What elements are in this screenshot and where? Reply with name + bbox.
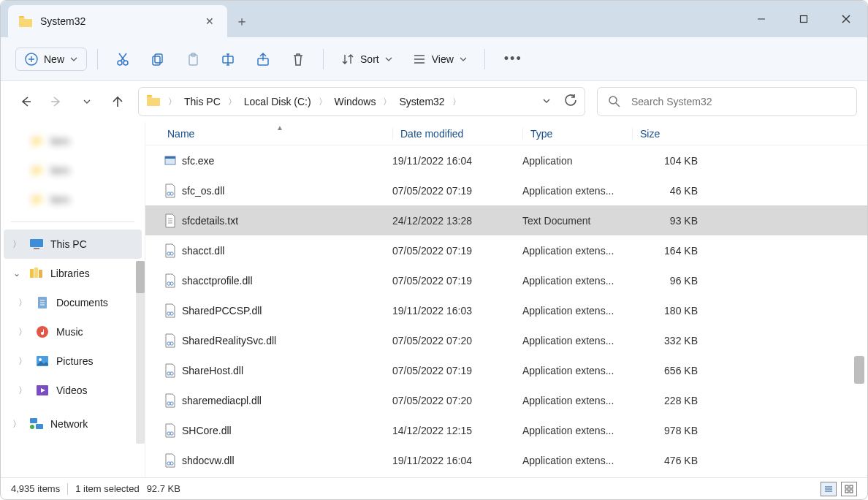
sidebar-quick-item[interactable]: 📁item: [4, 156, 142, 185]
share-icon[interactable]: [248, 45, 278, 74]
chevron-down-icon[interactable]: ⌄: [11, 268, 23, 279]
chevron-right-icon[interactable]: 〉: [316, 96, 330, 108]
up-button[interactable]: [107, 91, 128, 112]
chevron-right-icon[interactable]: 〉: [17, 355, 28, 368]
file-size: 180 KB: [632, 305, 698, 317]
svg-point-23: [609, 96, 617, 104]
breadcrumb-thispc[interactable]: This PC: [184, 96, 221, 107]
file-name: sfc.exe: [180, 155, 392, 167]
recent-dropdown[interactable]: [77, 91, 97, 112]
more-button[interactable]: •••: [495, 47, 531, 71]
col-name[interactable]: Name▲: [160, 128, 392, 140]
file-row[interactable]: sfc.exe19/11/2022 16:04Application104 KB: [145, 145, 867, 175]
pictures-icon: [34, 355, 50, 367]
col-date[interactable]: Date modified: [392, 128, 522, 140]
paste-icon[interactable]: [178, 45, 208, 74]
new-tab-button[interactable]: ＋: [227, 5, 256, 37]
file-row[interactable]: sfc_os.dll07/05/2022 07:19Application ex…: [145, 175, 867, 205]
file-row[interactable]: shacctprofile.dll07/05/2022 07:19Applica…: [145, 265, 867, 295]
scrollbar-thumb[interactable]: [136, 261, 145, 293]
status-count: 4,935 items: [11, 483, 60, 494]
sidebar-item-documents[interactable]: 〉 Documents: [4, 288, 142, 317]
sidebar-item-pictures[interactable]: 〉 Pictures: [4, 346, 142, 376]
file-row[interactable]: sfcdetails.txt24/12/2022 13:28Text Docum…: [145, 205, 867, 235]
maximize-button[interactable]: [783, 1, 825, 37]
svg-rect-39: [36, 424, 43, 429]
sidebar-item-network[interactable]: 〉 Network: [4, 409, 142, 439]
file-row[interactable]: shacct.dll07/05/2022 07:19Application ex…: [145, 235, 867, 265]
tab-close-icon[interactable]: ✕: [202, 12, 217, 30]
copy-icon[interactable]: [143, 45, 172, 74]
sort-button[interactable]: Sort: [334, 48, 400, 70]
search-box[interactable]: [597, 87, 857, 116]
delete-icon[interactable]: [283, 45, 313, 74]
view-thumbnails-button[interactable]: [841, 482, 857, 496]
col-size[interactable]: Size: [632, 128, 698, 140]
file-row[interactable]: SharedPCCSP.dll19/11/2022 16:03Applicati…: [145, 295, 867, 325]
sidebar-quick-item[interactable]: 📁item: [4, 126, 142, 156]
sidebar-scrollbar[interactable]: [136, 261, 145, 444]
new-button[interactable]: New: [15, 48, 87, 71]
sidebar-item-thispc[interactable]: 〉 This PC: [4, 230, 142, 259]
chevron-right-icon[interactable]: 〉: [449, 96, 464, 108]
breadcrumb-localdisk[interactable]: Local Disk (C:): [244, 96, 311, 107]
file-size: 656 KB: [632, 365, 698, 376]
sidebar: 📁item 📁item 📁item 〉 This PC ⌄ Libraries …: [1, 122, 145, 477]
file-row[interactable]: ShareHost.dll07/05/2022 07:19Application…: [145, 355, 867, 385]
tab-system32[interactable]: System32 ✕: [8, 5, 227, 37]
file-type: Application extens...: [522, 185, 632, 197]
refresh-button[interactable]: [564, 94, 577, 110]
close-window-button[interactable]: [825, 1, 867, 37]
chevron-right-icon[interactable]: 〉: [165, 96, 180, 108]
chevron-right-icon[interactable]: 〉: [17, 297, 28, 309]
chevron-right-icon[interactable]: 〉: [17, 326, 28, 338]
chevron-right-icon[interactable]: 〉: [17, 385, 28, 397]
chevron-right-icon[interactable]: 〉: [11, 238, 23, 251]
svg-rect-25: [30, 239, 43, 247]
separator: [323, 49, 324, 69]
chevron-right-icon[interactable]: 〉: [380, 96, 395, 108]
view-details-button[interactable]: [821, 482, 837, 496]
file-type: Application extens...: [522, 395, 632, 406]
svg-rect-38: [30, 418, 37, 423]
documents-icon: [34, 296, 50, 309]
forward-button[interactable]: [46, 91, 66, 112]
file-size: 96 KB: [632, 275, 698, 287]
view-button[interactable]: View: [406, 48, 474, 70]
sort-indicator-icon: ▲: [276, 124, 283, 132]
sidebar-quick-item[interactable]: 📁item: [4, 185, 142, 214]
col-type[interactable]: Type: [522, 128, 632, 140]
file-size: 104 KB: [632, 155, 698, 167]
sidebar-item-music[interactable]: 〉 Music: [4, 317, 142, 346]
file-row[interactable]: SHCore.dll14/12/2022 12:15Application ex…: [145, 415, 867, 445]
file-row[interactable]: SharedRealitySvc.dll07/05/2022 07:20Appl…: [145, 325, 867, 355]
file-row[interactable]: sharemediacpl.dll07/05/2022 07:20Applica…: [145, 385, 867, 415]
cut-icon[interactable]: [108, 45, 137, 74]
file-name: SHCore.dll: [180, 425, 392, 436]
toolbar: New Sort View •••: [1, 37, 867, 81]
file-icon: [160, 363, 180, 378]
breadcrumb-system32[interactable]: System32: [399, 96, 444, 107]
address-bar[interactable]: 〉 This PC 〉 Local Disk (C:) 〉 Windows 〉 …: [138, 87, 585, 116]
address-dropdown[interactable]: [542, 95, 551, 108]
sidebar-item-videos[interactable]: 〉 Videos: [4, 376, 142, 405]
file-size: 476 KB: [632, 455, 698, 466]
chevron-right-icon[interactable]: 〉: [11, 418, 23, 431]
file-row[interactable]: shdocvw.dll19/11/2022 16:04Application e…: [145, 445, 867, 475]
filepane-scrollbar[interactable]: [854, 122, 864, 477]
rename-icon[interactable]: [213, 45, 243, 74]
file-list: sfc.exe19/11/2022 16:04Application104 KB…: [145, 145, 867, 475]
scrollbar-thumb[interactable]: [854, 356, 864, 384]
breadcrumb-windows[interactable]: Windows: [335, 96, 376, 107]
chevron-right-icon[interactable]: 〉: [225, 96, 240, 108]
separator: [97, 49, 98, 69]
svg-rect-11: [155, 54, 162, 63]
sidebar-item-libraries[interactable]: ⌄ Libraries: [4, 259, 142, 288]
minimize-button[interactable]: [740, 1, 783, 37]
svg-rect-68: [850, 485, 853, 488]
file-date: 19/11/2022 16:04: [392, 455, 522, 466]
file-date: 07/05/2022 07:19: [392, 185, 522, 197]
chevron-down-icon: [70, 56, 77, 63]
back-button[interactable]: [15, 91, 36, 112]
search-input[interactable]: [631, 96, 846, 107]
